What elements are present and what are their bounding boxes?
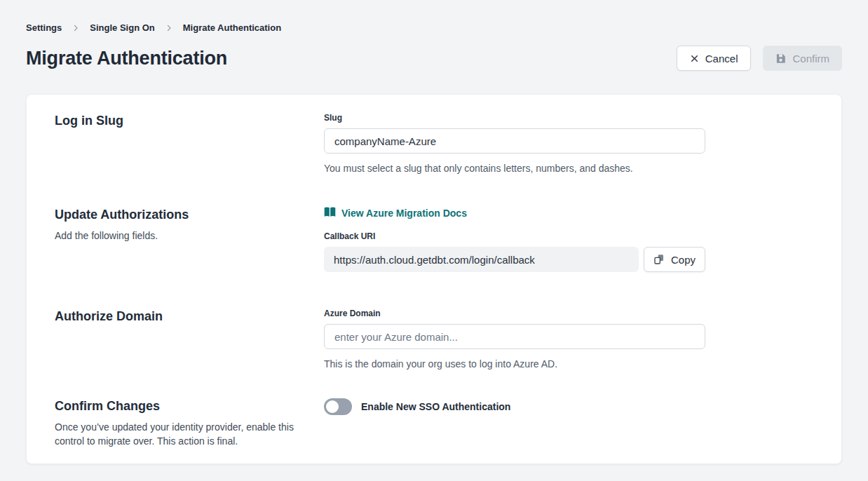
cancel-button[interactable]: Cancel bbox=[677, 46, 752, 71]
confirm-button[interactable]: Confirm bbox=[763, 46, 842, 71]
slug-label: Slug bbox=[324, 113, 705, 123]
save-icon bbox=[775, 53, 786, 64]
enable-sso-toggle-label: Enable New SSO Authentication bbox=[361, 401, 510, 412]
chevron-right-icon bbox=[72, 24, 80, 32]
confirm-changes-description: Once you’ve updated your identity provid… bbox=[55, 420, 301, 448]
azure-domain-label: Azure Domain bbox=[324, 309, 705, 318]
enable-sso-toggle[interactable] bbox=[324, 398, 352, 415]
toggle-knob bbox=[326, 400, 339, 413]
section-authorize-domain: Authorize Domain Azure Domain This is th… bbox=[55, 309, 813, 370]
page-header: Migrate Authentication Cancel Confirm bbox=[26, 46, 842, 71]
settings-card: Log in Slug Slug You must select a slug … bbox=[26, 94, 842, 464]
sso-toggle-row: Enable New SSO Authentication bbox=[324, 398, 705, 415]
callback-uri-label: Callback URI bbox=[324, 231, 705, 241]
cancel-label: Cancel bbox=[705, 53, 738, 65]
page: Settings Single Sign On Migrate Authenti… bbox=[0, 22, 868, 464]
azure-domain-helper-text: This is the domain your org uses to log … bbox=[324, 358, 705, 370]
view-azure-migration-docs-link[interactable]: View Azure Migration Docs bbox=[324, 207, 467, 219]
confirm-changes-heading: Confirm Changes bbox=[55, 398, 303, 414]
x-icon bbox=[690, 54, 699, 63]
book-icon bbox=[324, 207, 336, 219]
section-confirm-changes: Confirm Changes Once you’ve updated your… bbox=[55, 398, 813, 448]
page-title: Migrate Authentication bbox=[26, 48, 227, 69]
azure-domain-input[interactable] bbox=[324, 324, 705, 349]
breadcrumb-current: Migrate Authentication bbox=[183, 22, 281, 33]
callback-uri-field[interactable]: https://auth.cloud.getdbt.com/login/call… bbox=[324, 247, 639, 272]
breadcrumb-settings[interactable]: Settings bbox=[26, 22, 62, 33]
docs-link-label: View Azure Migration Docs bbox=[341, 208, 467, 219]
copy-icon bbox=[653, 254, 665, 265]
section-login-slug: Log in Slug Slug You must select a slug … bbox=[55, 113, 813, 175]
confirm-label: Confirm bbox=[792, 53, 829, 65]
section-update-authorizations: Update Authorizations Add the following … bbox=[55, 207, 813, 272]
copy-label: Copy bbox=[671, 254, 696, 266]
breadcrumb-single-sign-on[interactable]: Single Sign On bbox=[90, 22, 154, 33]
chevron-right-icon bbox=[165, 24, 173, 32]
slug-input[interactable] bbox=[324, 128, 705, 154]
header-actions: Cancel Confirm bbox=[677, 46, 842, 71]
breadcrumb: Settings Single Sign On Migrate Authenti… bbox=[26, 22, 842, 33]
copy-button[interactable]: Copy bbox=[644, 247, 705, 272]
login-slug-heading: Log in Slug bbox=[55, 113, 303, 128]
authorize-domain-heading: Authorize Domain bbox=[55, 309, 303, 324]
callback-uri-row: https://auth.cloud.getdbt.com/login/call… bbox=[324, 247, 705, 272]
slug-helper-text: You must select a slug that only contain… bbox=[324, 163, 705, 175]
update-authorizations-heading: Update Authorizations bbox=[55, 207, 303, 222]
update-authorizations-description: Add the following fields. bbox=[55, 229, 301, 243]
